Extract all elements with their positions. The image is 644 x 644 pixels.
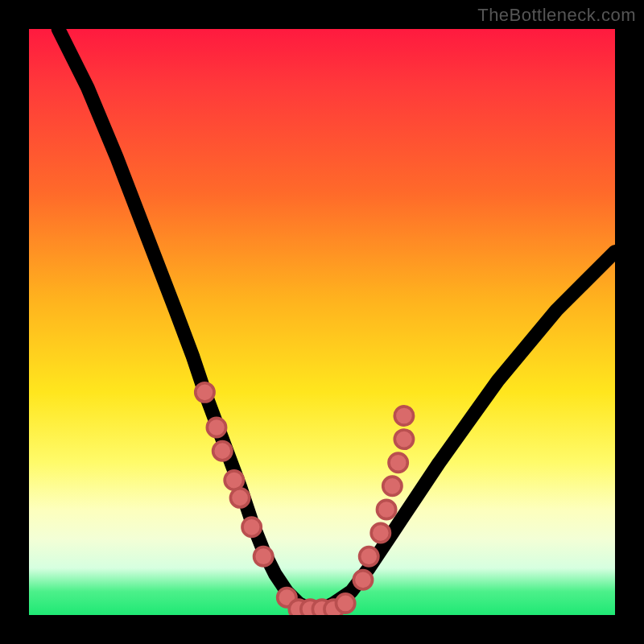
marker-dot bbox=[360, 547, 378, 566]
marker-dot bbox=[383, 477, 402, 495]
marker-dot bbox=[377, 500, 395, 518]
marker-dot bbox=[336, 594, 354, 613]
marker-group bbox=[196, 383, 414, 615]
marker-dot bbox=[230, 489, 249, 507]
marker-dot bbox=[394, 430, 413, 448]
marker-dot bbox=[371, 523, 390, 542]
marker-dot bbox=[207, 418, 225, 436]
marker-dot bbox=[225, 471, 243, 489]
chart-frame: TheBottleneck.com bbox=[0, 0, 644, 644]
plot-area bbox=[29, 29, 615, 615]
marker-dot bbox=[242, 518, 261, 536]
marker-dot bbox=[196, 383, 214, 402]
marker-dot bbox=[353, 571, 372, 589]
marker-dot bbox=[394, 407, 413, 425]
marker-dot bbox=[213, 442, 232, 460]
watermark-text: TheBottleneck.com bbox=[477, 5, 636, 26]
marker-dot bbox=[254, 547, 273, 566]
marker-dot bbox=[389, 453, 407, 472]
plot-svg bbox=[29, 29, 615, 615]
bottleneck-curve bbox=[58, 29, 615, 609]
